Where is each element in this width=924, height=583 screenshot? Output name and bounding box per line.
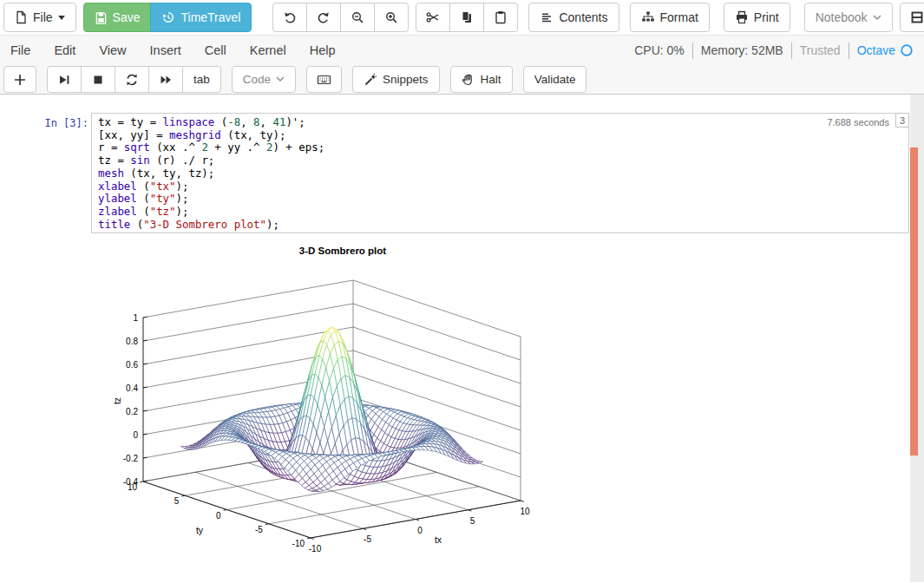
memory-usage: Memory: 52MB	[701, 43, 783, 57]
menu-insert[interactable]: Insert	[150, 43, 181, 57]
svg-text:tx: tx	[435, 534, 442, 545]
undo-button[interactable]	[272, 3, 307, 32]
kernel-idle-icon	[900, 43, 914, 57]
save-button[interactable]: Save	[83, 3, 152, 32]
divider	[692, 43, 693, 59]
top-toolbar: File Save TimeTravel	[0, 0, 924, 36]
chevron-down-icon	[276, 76, 285, 82]
stop-button[interactable]	[81, 66, 115, 93]
redo-icon	[317, 10, 331, 24]
code-cell[interactable]: tx = ty = linspace (-8, 8, 41)';[xx, yy]…	[91, 113, 909, 233]
format-icon	[641, 10, 655, 24]
menu-edit[interactable]: Edit	[54, 43, 75, 57]
file-menu-button[interactable]: File	[3, 3, 76, 32]
plus-icon	[14, 74, 26, 86]
cpu-usage: CPU: 0%	[634, 43, 685, 57]
notebook-content: In [3]: tx = ty = linspace (-8, 8, 41)';…	[0, 95, 924, 582]
halt-button[interactable]: Halt	[450, 66, 513, 93]
run-controls-group: tab	[47, 66, 221, 93]
notebook-label: Notebook	[816, 10, 868, 24]
tab-button[interactable]: tab	[182, 66, 221, 93]
menu-cell[interactable]: Cell	[205, 43, 226, 57]
validate-button[interactable]: Validate	[523, 66, 587, 93]
wand-icon	[364, 73, 377, 87]
scrollbar-track[interactable]	[910, 95, 924, 582]
menu-kernel[interactable]: Kernel	[250, 43, 286, 57]
divider	[849, 43, 849, 59]
history-icon	[161, 10, 175, 24]
copy-button[interactable]	[449, 3, 484, 32]
zoom-in-icon	[384, 10, 398, 24]
timetravel-button[interactable]: TimeTravel	[150, 3, 252, 32]
menu-file[interactable]: File	[10, 43, 30, 57]
svg-text:-5: -5	[255, 525, 263, 534]
chevron-down-icon	[873, 15, 881, 21]
output-plot: 10.80.60.40.20-0.2-0.4-10-50510-10-50510…	[108, 242, 568, 582]
print-icon	[735, 10, 749, 24]
contents-icon	[540, 10, 554, 24]
svg-text:-10: -10	[292, 539, 305, 548]
print-button[interactable]: Print	[724, 3, 790, 32]
execution-count-badge: 3	[895, 113, 909, 128]
copy-icon	[460, 10, 474, 24]
scrollbar-thumb[interactable]	[910, 147, 918, 455]
svg-text:0.8: 0.8	[126, 337, 138, 346]
history-zoom-group	[272, 3, 409, 32]
split-horizontal-button[interactable]	[900, 3, 924, 32]
svg-text:-0.2: -0.2	[123, 454, 139, 463]
contents-button[interactable]: Contents	[528, 3, 619, 32]
contents-label: Contents	[559, 10, 607, 24]
svg-text:tz: tz	[112, 397, 122, 404]
divider	[791, 43, 792, 59]
svg-text:0.2: 0.2	[126, 407, 138, 416]
restart-icon	[125, 73, 139, 87]
save-label: Save	[113, 10, 141, 24]
format-button[interactable]: Format	[630, 3, 710, 32]
fast-forward-icon	[159, 73, 173, 87]
snippets-label: Snippets	[383, 73, 429, 86]
svg-text:ty: ty	[196, 525, 204, 535]
menu-view[interactable]: View	[99, 43, 126, 57]
file-menu-label: File	[33, 10, 53, 24]
cut-button[interactable]	[416, 3, 450, 32]
kernel-status[interactable]: Octave	[857, 43, 914, 57]
paste-button[interactable]	[483, 3, 518, 32]
zoom-in-button[interactable]	[374, 3, 409, 32]
timetravel-label: TimeTravel	[180, 10, 240, 24]
restart-kernel-button[interactable]	[115, 66, 149, 93]
notebook-dropdown[interactable]: Notebook	[804, 3, 893, 32]
save-timetravel-group: Save TimeTravel	[83, 3, 252, 32]
redo-button[interactable]	[306, 3, 341, 32]
zoom-out-button[interactable]	[340, 3, 375, 32]
svg-text:10: 10	[520, 507, 530, 516]
run-cell-icon	[57, 73, 71, 87]
validate-label: Validate	[534, 73, 576, 86]
snippets-button[interactable]: Snippets	[352, 66, 440, 93]
menu-help[interactable]: Help	[310, 43, 336, 57]
svg-text:1: 1	[133, 313, 138, 323]
run-all-button[interactable]	[148, 66, 183, 93]
cell-type-label: Code	[243, 73, 271, 86]
run-cell-button[interactable]	[47, 66, 82, 93]
svg-text:-5: -5	[364, 534, 371, 544]
caret-down-icon	[58, 16, 65, 20]
svg-text:-10: -10	[309, 544, 322, 554]
svg-text:10: 10	[128, 482, 138, 492]
add-cell-button[interactable]	[3, 66, 36, 93]
svg-text:5: 5	[470, 516, 475, 526]
cell-timing: 7.688 seconds	[827, 117, 889, 128]
keyboard-shortcuts-button[interactable]	[306, 66, 342, 93]
keyboard-icon	[317, 73, 331, 87]
cell-type-select[interactable]: Code	[232, 66, 296, 93]
clipboard-group	[416, 3, 518, 32]
split-horizontal-icon	[910, 10, 924, 24]
zoom-out-icon	[351, 10, 364, 24]
svg-text:3-D Sombrero plot: 3-D Sombrero plot	[299, 246, 386, 256]
svg-text:5: 5	[174, 496, 180, 506]
undo-icon	[283, 10, 297, 24]
svg-text:0.4: 0.4	[126, 383, 138, 393]
svg-text:0: 0	[133, 430, 138, 440]
file-icon	[15, 10, 28, 24]
code-editor[interactable]: tx = ty = linspace (-8, 8, 41)';[xx, yy]…	[98, 116, 902, 231]
svg-text:0: 0	[417, 526, 423, 535]
